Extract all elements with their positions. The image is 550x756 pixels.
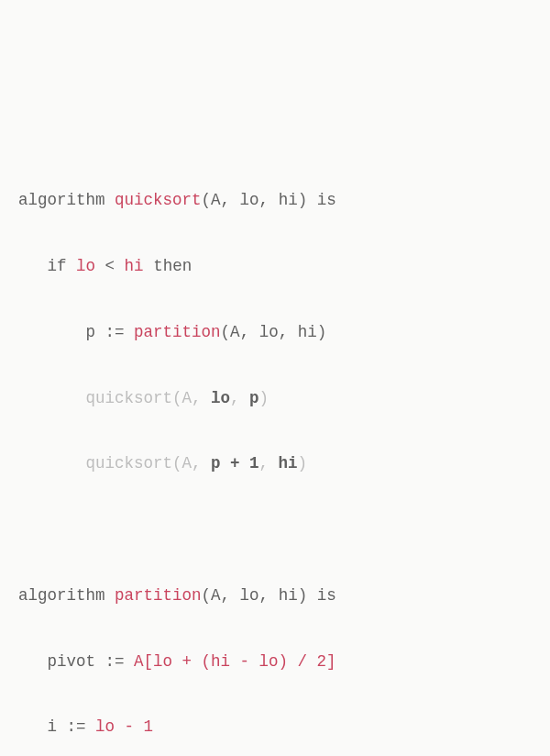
arg: hi: [298, 323, 317, 341]
operator: <: [105, 257, 116, 275]
dimmed-call: quicksort(A,: [86, 389, 212, 407]
assign: :=: [67, 717, 86, 736]
comma: ,: [259, 586, 279, 605]
blank-line: [18, 514, 532, 547]
keyword: algorithm: [18, 191, 105, 209]
paren-close: ): [298, 191, 308, 209]
arg: A: [211, 586, 221, 605]
pseudocode-block: algorithm quicksort(A, lo, hi) is if lo …: [18, 152, 532, 757]
arg: lo: [259, 323, 279, 341]
code-line: p := partition(A, lo, hi): [18, 317, 532, 350]
expression: lo - 1: [95, 717, 153, 736]
variable: lo: [76, 257, 95, 275]
variable: i: [48, 717, 58, 736]
code-line: quicksort(A, p + 1, hi): [18, 448, 532, 481]
variable: lo: [211, 389, 230, 407]
paren-close: ): [259, 389, 270, 407]
keyword: is: [317, 586, 336, 605]
arg: hi: [279, 191, 298, 209]
paren-open: (: [221, 323, 231, 341]
variable: p: [86, 323, 96, 341]
comma: ,: [221, 586, 240, 605]
paren-close: ): [317, 323, 327, 341]
function-name: partition: [115, 586, 202, 605]
code-line: algorithm quicksort(A, lo, hi) is: [18, 184, 532, 217]
keyword: then: [153, 257, 192, 275]
keyword: is: [317, 191, 336, 209]
variable: hi: [125, 257, 144, 275]
comma: ,: [259, 191, 279, 209]
arg: hi: [279, 586, 298, 605]
code-line: quicksort(A, lo, p): [18, 383, 532, 416]
keyword: if: [48, 257, 67, 275]
arg: lo: [240, 191, 259, 209]
arg: lo: [240, 586, 259, 605]
comma: ,: [240, 323, 259, 341]
comma: ,: [230, 389, 249, 407]
code-line: algorithm partition(A, lo, hi) is: [18, 580, 532, 613]
expression: A[lo + (hi - lo) / 2]: [134, 652, 336, 671]
variable: hi: [279, 454, 298, 472]
comma: ,: [221, 191, 240, 209]
function-name: quicksort: [115, 191, 202, 209]
assign: :=: [105, 652, 125, 671]
keyword: algorithm: [18, 586, 105, 605]
comma: ,: [259, 454, 279, 472]
variable: p: [249, 389, 259, 407]
arg: A: [211, 191, 221, 209]
function-call: partition: [134, 323, 221, 341]
paren-close: ): [298, 454, 308, 472]
arg: A: [230, 323, 240, 341]
comma: ,: [279, 323, 298, 341]
paren-close: ): [298, 586, 308, 605]
paren-open: (: [202, 191, 212, 209]
dimmed-call: quicksort(A,: [86, 454, 212, 472]
variable: pivot: [48, 652, 96, 671]
paren-open: (: [202, 586, 212, 605]
code-line: pivot := A[lo + (hi - lo) / 2]: [18, 646, 532, 679]
code-line: if lo < hi then: [18, 250, 532, 284]
code-line: i := lo - 1: [18, 711, 532, 744]
expression: p + 1: [211, 454, 259, 472]
assign: :=: [105, 323, 125, 341]
